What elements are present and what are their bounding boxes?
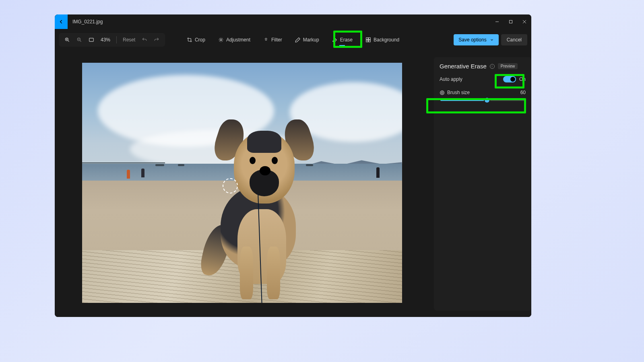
svg-line-3 [68, 41, 69, 42]
left-tool-group: 43% Reset [59, 33, 165, 47]
erase-label: Erase [340, 37, 353, 43]
brush-size-label: Brush size [447, 90, 470, 95]
zoom-out-icon[interactable] [74, 35, 85, 45]
markup-tool[interactable]: Markup [291, 35, 323, 45]
window-controls [490, 14, 531, 29]
filter-label: Filter [271, 37, 282, 43]
close-button[interactable] [518, 14, 531, 29]
save-label: Save options [458, 37, 486, 43]
panel-header: Generative Erase i Preview [440, 63, 526, 70]
canvas-area [55, 51, 429, 317]
brush-size-value: 60 [520, 90, 526, 95]
filter-tool[interactable]: Filter [259, 35, 286, 45]
save-options-button[interactable]: Save options [454, 34, 498, 45]
photo-canvas[interactable] [82, 63, 402, 303]
crop-tool[interactable]: Crop [183, 35, 209, 45]
content-area: Generative Erase i Preview Auto apply On… [55, 51, 531, 317]
app-window: IMG_0221.jpg 43% Rese [55, 14, 531, 317]
svg-rect-14 [369, 40, 371, 42]
filename-label: IMG_0221.jpg [72, 19, 103, 25]
erase-tool[interactable]: Erase [328, 35, 357, 45]
zoom-percent: 43% [98, 37, 113, 43]
right-tool-group: Save options Cancel [454, 34, 527, 45]
title-bar: IMG_0221.jpg [55, 14, 531, 29]
auto-apply-toggle[interactable] [503, 76, 516, 82]
zoom-in-icon[interactable] [62, 35, 72, 45]
panel-title: Generative Erase [440, 63, 487, 70]
preview-badge: Preview [498, 63, 518, 69]
adjustment-label: Adjustment [226, 37, 250, 43]
svg-line-7 [80, 41, 81, 42]
brush-cursor-icon [223, 178, 238, 193]
toggle-state-label: On [519, 76, 526, 82]
svg-rect-1 [510, 21, 512, 23]
svg-rect-13 [366, 40, 368, 42]
svg-point-15 [440, 90, 444, 95]
center-tool-group: Crop Adjustment Filter Markup Erase Back… [183, 35, 403, 45]
undo-icon[interactable] [139, 35, 150, 45]
adjustment-tool[interactable]: Adjustment [214, 35, 254, 45]
svg-rect-9 [89, 38, 94, 41]
panel-inner: Generative Erase i Preview Auto apply On… [434, 57, 531, 311]
redo-icon[interactable] [151, 35, 162, 45]
brush-size-row: Brush size 60 [440, 90, 526, 95]
side-panel: Generative Erase i Preview Auto apply On… [429, 51, 531, 317]
svg-rect-11 [366, 38, 368, 40]
markup-label: Markup [303, 37, 319, 43]
chevron-down-icon [490, 38, 494, 42]
minimize-button[interactable] [490, 14, 504, 29]
brush-size-slider[interactable] [440, 99, 525, 101]
svg-point-16 [441, 92, 443, 93]
crop-label: Crop [195, 37, 205, 43]
divider [116, 36, 117, 43]
background-label: Background [374, 37, 399, 43]
background-tool[interactable]: Background [361, 35, 403, 45]
reset-button[interactable]: Reset [120, 37, 138, 43]
fit-screen-icon[interactable] [86, 35, 97, 45]
info-icon[interactable]: i [490, 64, 495, 69]
svg-rect-12 [369, 38, 371, 40]
svg-point-10 [220, 39, 222, 41]
auto-apply-row: Auto apply On [440, 76, 526, 82]
maximize-button[interactable] [504, 14, 518, 29]
toolbar: 43% Reset Crop Adjustment Filter [55, 29, 531, 51]
cancel-button[interactable]: Cancel [501, 34, 527, 45]
brush-icon [440, 90, 445, 95]
auto-apply-label: Auto apply [440, 76, 462, 82]
back-button[interactable] [55, 14, 68, 29]
